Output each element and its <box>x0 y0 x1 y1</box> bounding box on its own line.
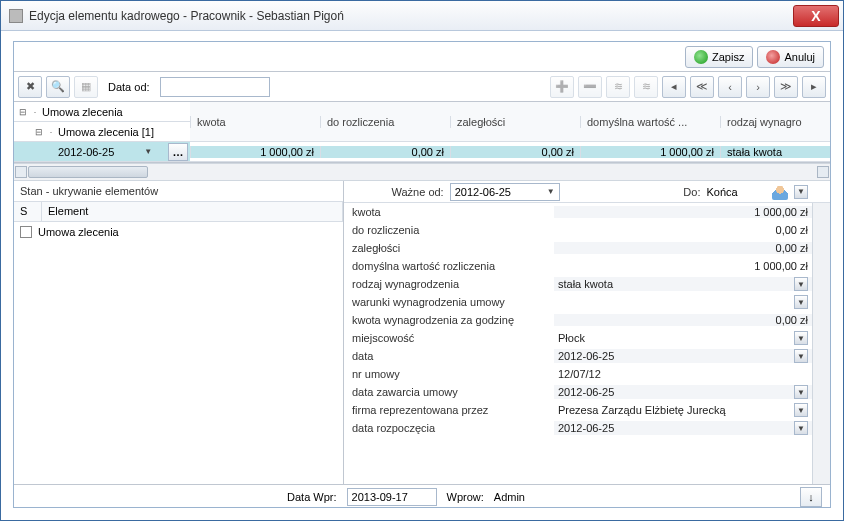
cancel-label: Anuluj <box>784 51 815 63</box>
property-key: data zawarcia umowy <box>344 386 554 398</box>
details-button[interactable]: ▦ <box>74 76 98 98</box>
validity-bar: Ważne od: 2012-06-25 ▼ Do: Końca ▼ <box>344 181 830 203</box>
property-value[interactable]: 0,00 zł <box>554 224 830 236</box>
valid-from-input[interactable]: 2012-06-25 ▼ <box>450 183 560 201</box>
vertical-scrollbar[interactable] <box>812 203 830 484</box>
property-value[interactable]: stała kwota▼ <box>554 277 830 291</box>
chevron-down-icon[interactable]: ▼ <box>794 403 808 417</box>
property-row[interactable]: do rozliczenia0,00 zł <box>344 221 830 239</box>
property-key: warunki wynagrodzenia umowy <box>344 296 554 308</box>
valid-to-label: Do: <box>683 186 700 198</box>
tree-root[interactable]: ⊟ · Umowa zlecenia <box>14 102 190 122</box>
person-icon[interactable] <box>772 184 788 200</box>
chevron-down-icon[interactable]: ▼ <box>144 147 152 156</box>
col-zaleglosci[interactable]: zaległości <box>450 116 580 128</box>
tools-button[interactable]: ✖ <box>18 76 42 98</box>
collapse-icon[interactable]: ⊟ <box>34 127 44 137</box>
expand-icon: · <box>30 107 40 117</box>
date-from-input[interactable] <box>160 77 270 97</box>
property-row[interactable]: kwota wynagrodzenia za godzinę0,00 zł <box>344 311 830 329</box>
property-value[interactable]: 1 000,00 zł <box>554 260 830 272</box>
property-value[interactable]: 2012-06-25▼ <box>554 385 830 399</box>
valid-from-label: Ważne od: <box>392 186 444 198</box>
save-button[interactable]: Zapisz <box>685 46 753 68</box>
property-value[interactable]: Płock▼ <box>554 331 830 345</box>
chevron-down-icon[interactable]: ▼ <box>794 385 808 399</box>
chevron-down-icon[interactable]: ▼ <box>794 421 808 435</box>
property-row[interactable]: data rozpoczęcia2012-06-25▼ <box>344 419 830 437</box>
check-icon <box>694 50 708 64</box>
nav-first2-button[interactable]: ≪ <box>690 76 714 98</box>
property-value[interactable]: ▼ <box>554 295 830 309</box>
property-value[interactable]: 1 000,00 zł <box>554 206 830 218</box>
col-element[interactable]: Element <box>42 202 343 221</box>
wprow-label: Wprow: <box>447 491 484 503</box>
tree-child-label: Umowa zlecenia [1] <box>58 126 154 138</box>
property-row[interactable]: miejscowośćPłock▼ <box>344 329 830 347</box>
property-value[interactable]: 2012-06-25▼ <box>554 349 830 363</box>
property-row[interactable]: kwota1 000,00 zł <box>344 203 830 221</box>
ellipsis-button[interactable]: … <box>168 143 188 161</box>
date-wpr-input[interactable]: 2013-09-17 <box>347 488 437 506</box>
cancel-button[interactable]: Anuluj <box>757 46 824 68</box>
download-button[interactable]: ↓ <box>800 487 822 507</box>
col-s[interactable]: S <box>14 202 42 221</box>
nav-last2-button[interactable]: ≫ <box>774 76 798 98</box>
state-panel-title: Stan - ukrywanie elementów <box>14 181 343 202</box>
date-from-label: Data od: <box>108 81 150 93</box>
tree-child[interactable]: ⊟ · Umowa zlecenia [1] <box>14 122 190 142</box>
add-button[interactable]: ➕ <box>550 76 574 98</box>
date-wpr-value: 2013-09-17 <box>352 491 408 503</box>
checkbox[interactable] <box>20 226 32 238</box>
col-domyslna[interactable]: domyślna wartość ... <box>580 116 720 128</box>
property-value[interactable]: 0,00 zł <box>554 242 830 254</box>
content-frame: Zapisz Anuluj ✖ 🔍 ▦ Data od: ➕ ➖ ≋ ≋ ◂ ≪… <box>13 41 831 508</box>
property-value[interactable]: Prezesa Zarządu Elżbietę Jurecką▼ <box>554 403 830 417</box>
property-key: do rozliczenia <box>344 224 554 236</box>
nav-last-button[interactable]: ▸ <box>802 76 826 98</box>
tree-root-label: Umowa zlecenia <box>42 106 123 118</box>
state-item-label: Umowa zlecenia <box>38 226 119 238</box>
grid-row[interactable]: 1 000,00 zł 0,00 zł 0,00 zł 1 000,00 zł … <box>190 142 830 162</box>
chevron-down-icon[interactable]: ▼ <box>547 187 555 196</box>
tree-leaf[interactable]: 2012-06-25 ▼ … <box>14 142 190 162</box>
scroll-left-icon[interactable] <box>15 166 27 178</box>
horizontal-scrollbar[interactable] <box>14 163 830 181</box>
chevron-down-icon[interactable]: ▼ <box>794 185 808 199</box>
chevron-down-icon[interactable]: ▼ <box>794 349 808 363</box>
scroll-right-icon[interactable] <box>817 166 829 178</box>
col-do-rozliczenia[interactable]: do rozliczenia <box>320 116 450 128</box>
nav-first-button[interactable]: ◂ <box>662 76 686 98</box>
chevron-down-icon[interactable]: ▼ <box>794 277 808 291</box>
scroll-thumb[interactable] <box>28 166 148 178</box>
nav-prev-button[interactable]: ‹ <box>718 76 742 98</box>
filter1-button[interactable]: ≋ <box>606 76 630 98</box>
close-button[interactable]: X <box>793 5 839 27</box>
collapse-icon[interactable]: ⊟ <box>18 107 28 117</box>
property-row[interactable]: nr umowy12/07/12 <box>344 365 830 383</box>
property-value[interactable]: 2012-06-25▼ <box>554 421 830 435</box>
nav-next-button[interactable]: › <box>746 76 770 98</box>
property-row[interactable]: firma reprezentowana przezPrezesa Zarząd… <box>344 401 830 419</box>
state-list-item[interactable]: Umowa zlecenia <box>14 222 343 242</box>
property-row[interactable]: data zawarcia umowy2012-06-25▼ <box>344 383 830 401</box>
property-row[interactable]: zaległości0,00 zł <box>344 239 830 257</box>
property-key: kwota <box>344 206 554 218</box>
property-value[interactable]: 0,00 zł <box>554 314 830 326</box>
property-key: domyślna wartość rozliczenia <box>344 260 554 272</box>
property-row[interactable]: rodzaj wynagrodzeniastała kwota▼ <box>344 275 830 293</box>
col-rodzaj[interactable]: rodzaj wynagro <box>720 116 830 128</box>
property-row[interactable]: warunki wynagrodzenia umowy▼ <box>344 293 830 311</box>
remove-button[interactable]: ➖ <box>578 76 602 98</box>
property-value[interactable]: 12/07/12 <box>554 368 830 380</box>
property-row[interactable]: data2012-06-25▼ <box>344 347 830 365</box>
property-row[interactable]: domyślna wartość rozliczenia1 000,00 zł <box>344 257 830 275</box>
search-button[interactable]: 🔍 <box>46 76 70 98</box>
chevron-down-icon[interactable]: ▼ <box>794 295 808 309</box>
chevron-down-icon[interactable]: ▼ <box>794 331 808 345</box>
date-wpr-label: Data Wpr: <box>287 491 337 503</box>
toolbar: ✖ 🔍 ▦ Data od: ➕ ➖ ≋ ≋ ◂ ≪ ‹ › ≫ ▸ <box>14 72 830 102</box>
col-kwota[interactable]: kwota <box>190 116 320 128</box>
filter2-button[interactable]: ≋ <box>634 76 658 98</box>
cell-rodzaj: stała kwota <box>720 146 830 158</box>
